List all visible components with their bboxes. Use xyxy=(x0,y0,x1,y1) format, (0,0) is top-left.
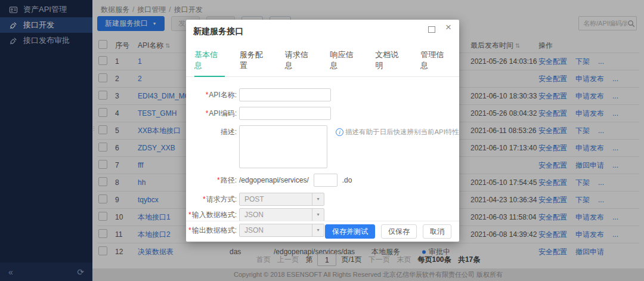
api-name-field[interactable] xyxy=(239,88,331,101)
save-only-button[interactable]: 仅保存 xyxy=(381,224,417,239)
modal-form: *API名称: *API编码: 描述: i 描述有助于日后快速辨别当前API特性… xyxy=(186,77,459,237)
api-code-label: *API编码: xyxy=(186,107,239,120)
input-format-label: *输入数据格式: xyxy=(186,208,239,221)
api-name-label: *API名称: xyxy=(186,88,239,101)
description-tip: i 描述有助于日后快速辨别当前API特性 xyxy=(336,128,459,137)
path-prefix: /edgopenapi/services/ xyxy=(239,176,309,184)
modal-tab[interactable]: 服务配置 xyxy=(240,50,270,76)
modal-tab[interactable]: 基本信息 xyxy=(194,50,225,76)
path-field[interactable] xyxy=(314,174,338,187)
modal-tab[interactable]: 响应信息 xyxy=(330,50,360,76)
modal-tab[interactable]: 管理信息 xyxy=(420,50,451,76)
description-label: 描述: xyxy=(186,125,239,138)
close-icon[interactable]: × xyxy=(445,22,451,32)
chevron-down-icon: ▾ xyxy=(312,193,324,205)
modal-tab[interactable]: 请求信息 xyxy=(285,50,315,76)
modal-header: 新建服务接口 × xyxy=(186,20,459,44)
input-format-select[interactable]: JSON ▾ xyxy=(239,208,324,221)
cancel-button[interactable]: 取消 xyxy=(423,224,451,239)
method-select[interactable]: POST ▾ xyxy=(239,193,324,206)
method-label: *请求方式: xyxy=(186,193,239,206)
modal-footer: 保存并测试 仅保存 取消 xyxy=(186,221,459,242)
maximize-icon[interactable] xyxy=(428,26,435,33)
description-field[interactable] xyxy=(239,125,327,168)
path-label: *路径: xyxy=(186,174,239,187)
chevron-down-icon: ▾ xyxy=(312,209,324,221)
modal-tab[interactable]: 文档说明 xyxy=(375,50,405,76)
path-suffix: .do xyxy=(342,176,352,184)
modal-title: 新建服务接口 xyxy=(193,26,243,36)
api-code-field[interactable] xyxy=(239,107,331,120)
new-service-api-modal: 新建服务接口 × 基本信息服务配置请求信息响应信息文档说明管理信息 *API名称… xyxy=(186,20,459,242)
modal-tabs: 基本信息服务配置请求信息响应信息文档说明管理信息 xyxy=(186,44,459,77)
info-icon: i xyxy=(336,128,343,136)
save-and-test-button[interactable]: 保存并测试 xyxy=(325,224,375,239)
